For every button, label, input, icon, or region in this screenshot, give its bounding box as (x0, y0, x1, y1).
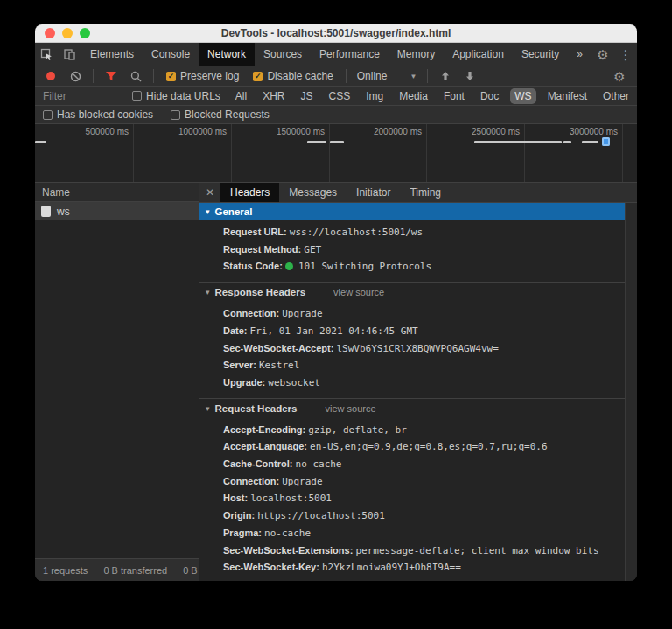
gridline (329, 124, 330, 182)
timeline-tick-label: 1000000 ms (178, 127, 231, 136)
filter-pill-ws[interactable]: WS (510, 88, 536, 104)
general-section-header[interactable]: ▾ General (200, 203, 625, 220)
network-overview-timeline[interactable]: 500000 ms 1000000 ms 1500000 ms 2000000 … (35, 124, 637, 183)
filter-pill-css[interactable]: CSS (325, 88, 355, 104)
tab-network[interactable]: Network (199, 43, 255, 66)
export-har-icon[interactable] (458, 71, 482, 81)
detail-tab-initiator[interactable]: Initiator (346, 183, 400, 202)
header-name: Status Code: (223, 261, 283, 271)
activity-bar (35, 141, 46, 143)
filter-pill-all[interactable]: All (231, 88, 251, 104)
preserve-log-checkbox[interactable]: ✓ Preserve log (166, 70, 239, 82)
preserve-log-label: Preserve log (180, 70, 239, 82)
gridline (622, 124, 623, 182)
request-header-rows: Accept-Encoding: gzip, deflate, br Accep… (200, 418, 625, 581)
header-name: Pragma: (223, 528, 262, 538)
scrollbar-gutter[interactable] (625, 203, 637, 581)
blocked-requests-label: Blocked Requests (185, 108, 270, 121)
header-name: Upgrade: (223, 377, 265, 388)
tab-console[interactable]: Console (143, 43, 199, 66)
has-blocked-cookies-checkbox[interactable]: Has blocked cookies (43, 108, 153, 121)
request-list-panel: Name ws 1 requests 0 B transferred 0 B r… (35, 183, 200, 581)
header-row: Sec-WebSocket-Extensions: permessage-def… (223, 542, 625, 560)
request-details-panel: ✕ Headers Messages Initiator Timing ▾ Ge… (200, 183, 637, 581)
response-headers-section-header[interactable]: ▾ Response Headers view source (200, 282, 625, 302)
traffic-lights (45, 24, 90, 42)
hide-data-urls-label: Hide data URLs (146, 90, 220, 102)
disable-cache-label: Disable cache (267, 70, 332, 82)
header-name: Server: (223, 360, 256, 370)
view-source-link[interactable]: view source (326, 403, 376, 414)
header-row: Server: Kestrel (223, 357, 625, 374)
header-value: permessage-deflate; client_max_window_bi… (355, 545, 598, 556)
close-window-button[interactable] (45, 28, 55, 38)
filter-pill-font[interactable]: Font (439, 88, 469, 104)
close-details-icon[interactable]: ✕ (200, 183, 220, 202)
filter-pill-js[interactable]: JS (297, 88, 318, 104)
header-name: Sec-WebSocket-Extensions: (223, 545, 353, 556)
headers-content: ▾ General Request URL: wss://localhost:5… (200, 203, 637, 581)
header-row: Date: Fri, 01 Jan 2021 04:46:45 GMT (223, 323, 625, 340)
clear-network-log-icon[interactable] (63, 71, 88, 82)
import-har-icon[interactable] (433, 71, 458, 81)
filter-funnel-icon[interactable] (99, 71, 123, 81)
inspect-element-icon[interactable] (35, 43, 58, 66)
detail-tab-messages[interactable]: Messages (279, 183, 346, 202)
network-toolbar: ✓ Preserve log ✓ Disable cache Online ▼ … (35, 66, 637, 87)
search-icon[interactable] (123, 71, 148, 82)
minimize-window-button[interactable] (62, 28, 73, 38)
throttling-dropdown[interactable]: Online ▼ (357, 70, 417, 82)
timeline-tick-label: 1500000 ms (276, 127, 329, 136)
filter-input[interactable]: Filter (35, 90, 101, 102)
header-row: Cache-Control: no-cache (223, 456, 625, 473)
has-blocked-cookies-label: Has blocked cookies (57, 108, 153, 121)
tab-elements[interactable]: Elements (81, 43, 143, 66)
general-section-title: General (215, 206, 253, 217)
network-main-area: Name ws 1 requests 0 B transferred 0 B r… (35, 183, 637, 581)
detail-tab-timing[interactable]: Timing (400, 183, 451, 202)
hide-data-urls-checkbox[interactable]: Hide data URLs (132, 90, 220, 102)
timeline-tick-label: 3000000 ms (570, 127, 622, 136)
header-value: Fri, 01 Jan 2021 04:46:45 GMT (250, 325, 418, 337)
detail-tabbar: ✕ Headers Messages Initiator Timing (200, 183, 637, 203)
filter-pill-manifest[interactable]: Manifest (543, 88, 592, 104)
triangle-down-icon: ▾ (206, 404, 210, 413)
header-row: Request Method: GET (223, 241, 625, 259)
request-row-ws[interactable]: ws (35, 202, 199, 220)
detail-tab-headers[interactable]: Headers (220, 183, 279, 202)
view-source-link[interactable]: view source (333, 287, 384, 297)
filter-pill-other[interactable]: Other (598, 88, 634, 104)
tab-sources[interactable]: Sources (255, 43, 311, 66)
tab-memory[interactable]: Memory (388, 43, 444, 66)
header-value: gzip, deflate, br (308, 424, 407, 436)
network-settings-gear-icon[interactable]: ⚙ (607, 70, 632, 83)
disable-cache-checkbox[interactable]: ✓ Disable cache (253, 70, 332, 82)
filter-pill-media[interactable]: Media (395, 88, 432, 104)
header-value: no-cache (264, 528, 311, 539)
header-name: Origin: (223, 510, 255, 521)
more-tabs-button[interactable]: » (568, 43, 592, 66)
zoom-window-button[interactable] (80, 28, 90, 38)
header-value: Kestrel (259, 360, 299, 371)
gridline (426, 124, 427, 182)
settings-gear-icon[interactable]: ⚙ (592, 43, 614, 66)
blocked-requests-checkbox[interactable]: Blocked Requests (171, 108, 270, 121)
header-name: Date: (223, 325, 248, 336)
name-column-header[interactable]: Name (35, 183, 199, 202)
device-toolbar-icon[interactable] (58, 43, 80, 66)
tab-performance[interactable]: Performance (311, 43, 388, 66)
record-network-log-button[interactable] (46, 72, 55, 80)
tab-application[interactable]: Application (444, 43, 513, 66)
divider (427, 69, 428, 83)
filter-pill-doc[interactable]: Doc (476, 88, 503, 104)
transferred-size: 0 B transferred (95, 565, 175, 576)
gridline (524, 124, 525, 182)
response-headers-title: Response Headers (215, 287, 306, 297)
request-headers-section-header[interactable]: ▾ Request Headers view source (200, 398, 625, 418)
tab-security[interactable]: Security (513, 43, 568, 66)
header-name: Connection: (223, 308, 279, 318)
filter-pill-img[interactable]: Img (361, 88, 388, 104)
filter-pill-xhr[interactable]: XHR (258, 88, 289, 104)
header-name: Sec-WebSocket-Key: (223, 562, 319, 572)
kebab-menu-icon[interactable]: ⋮ (614, 43, 637, 66)
